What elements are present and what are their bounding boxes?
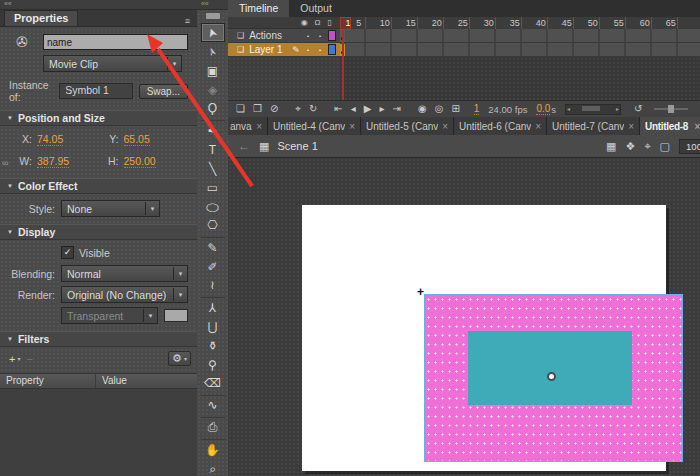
paint-brush-tool[interactable]: ≀ <box>201 276 225 298</box>
pen-tool[interactable]: ✒ <box>201 121 225 140</box>
asset-warp-tool[interactable]: ∿ <box>201 396 225 418</box>
teal-rectangle[interactable] <box>468 331 632 405</box>
stage[interactable]: + <box>302 205 666 471</box>
free-transform-tool[interactable]: ▣ <box>201 61 225 80</box>
timeline-zoom-slider-knob[interactable] <box>668 105 674 113</box>
section-display[interactable]: ▼ Display <box>0 224 197 240</box>
close-tab-icon[interactable]: × <box>252 121 262 132</box>
tab-properties[interactable]: Properties <box>4 10 78 26</box>
center-stage-icon[interactable]: ⌖ <box>644 140 650 153</box>
close-tab-icon[interactable]: × <box>531 121 541 132</box>
layer-outline-color-swatch[interactable] <box>328 44 336 55</box>
pencil-tool[interactable]: ✎ <box>201 238 225 257</box>
lock-icon[interactable]: Ω <box>315 17 321 28</box>
visible-checkbox[interactable]: ✓ <box>61 246 74 259</box>
symbol-type-dropdown[interactable]: Movie Clip ▾ <box>43 55 182 72</box>
frame-rate-value[interactable]: 24.00 fps <box>488 104 527 115</box>
swap-button[interactable]: Swap... <box>139 84 188 99</box>
bone-tool[interactable]: ⅄ <box>201 298 225 317</box>
timeline-zoom-slider[interactable] <box>654 108 688 110</box>
ink-bottle-tool[interactable]: ⚱ <box>201 336 225 355</box>
current-frame-value[interactable]: 1 <box>474 103 480 115</box>
timeline-scrollbar[interactable]: ◂ ▸ <box>565 104 621 115</box>
transformation-point-icon[interactable] <box>547 372 556 381</box>
subselection-tool[interactable]: ➢ <box>201 42 225 61</box>
document-tab[interactable]: Untitled-7 (Canvas)* × <box>547 117 640 135</box>
x-value[interactable]: 74.05 <box>37 133 63 146</box>
center-frame-button[interactable]: ⌖ <box>291 101 305 117</box>
collapse-panel-icon[interactable]: « « <box>4 0 11 7</box>
stage-zoom-input[interactable]: 100 <box>679 139 700 154</box>
pink-rectangle[interactable]: + <box>424 294 683 462</box>
close-tab-icon[interactable]: × <box>624 121 634 132</box>
tab-timeline[interactable]: Timeline <box>228 0 289 17</box>
go-last-frame-button[interactable]: ⇥ <box>389 101 405 117</box>
paint-bucket-tool[interactable]: ⋃ <box>201 317 225 336</box>
h-value[interactable]: 250.00 <box>124 155 156 168</box>
layer-lock-dot[interactable]: • <box>314 33 326 39</box>
reset-timeline-zoom-button[interactable]: ↺ <box>630 101 646 117</box>
edit-multiple-frames-button[interactable]: ⊞ <box>447 101 463 117</box>
rectangle-tool[interactable]: ▭ <box>201 178 225 197</box>
edit-symbols-icon[interactable]: ❖ <box>626 140 636 153</box>
close-tab-icon[interactable]: × <box>438 121 448 132</box>
section-filters[interactable]: ▼ Filters <box>0 331 197 347</box>
frames-strip-actions[interactable] <box>340 29 700 43</box>
collapse-panel-icon[interactable]: « « <box>201 0 208 7</box>
camera-tool[interactable]: ⎙ <box>201 418 225 440</box>
constrain-proportions-icon[interactable]: ∞ <box>2 158 8 168</box>
y-value[interactable]: 65.05 <box>124 133 150 146</box>
3d-rotation-tool[interactable]: ◈ <box>201 80 225 99</box>
eye-icon[interactable]: ◉ <box>301 17 308 28</box>
new-folder-button[interactable]: ❐ <box>249 101 266 117</box>
clip-content-icon[interactable]: ▢ <box>660 140 670 153</box>
elapsed-time-value[interactable]: 0.0 <box>536 103 550 115</box>
outline-column-icon[interactable]: ▯ <box>328 17 332 28</box>
filter-options-button[interactable]: ⚙▾ <box>168 351 191 366</box>
document-tab[interactable]: Untitled-8 (Canva × <box>640 117 700 135</box>
section-position-and-size[interactable]: ▼ Position and Size <box>0 110 197 126</box>
line-tool[interactable]: ╲ <box>201 159 225 178</box>
document-tab[interactable]: Untitled-6 (Canvas)* × <box>454 117 547 135</box>
document-tab[interactable]: Untitled-5 (Canvas)* × <box>361 117 454 135</box>
polystar-tool[interactable]: ⎔ <box>201 216 225 238</box>
text-tool[interactable]: T <box>201 140 225 159</box>
w-value[interactable]: 387.95 <box>37 155 69 168</box>
panel-menu-icon[interactable]: ≡ <box>185 16 190 26</box>
tools-collapse-strip[interactable]: « « <box>197 0 228 10</box>
step-back-button[interactable]: ◂ <box>347 101 360 117</box>
tools-panel-grip[interactable] <box>206 13 220 19</box>
playhead-line[interactable] <box>342 29 344 100</box>
timeline-scrollbar-thumb[interactable] <box>582 106 600 111</box>
hand-tool[interactable]: ✋ <box>201 440 225 459</box>
close-tab-icon[interactable]: × <box>345 121 355 132</box>
frames-strip-layer1[interactable] <box>340 43 700 57</box>
oval-tool[interactable]: ◯ <box>201 197 225 216</box>
document-tab[interactable]: anvas)* × <box>228 117 268 135</box>
loop-button[interactable]: ↻ <box>305 101 321 117</box>
document-tab[interactable]: Untitled-4 (Canvas)* × <box>268 117 361 135</box>
render-dropdown[interactable]: Original (No Change) ▾ <box>61 286 188 303</box>
step-forward-button[interactable]: ▸ <box>375 101 388 117</box>
lasso-tool[interactable]: Ϙ <box>201 99 225 121</box>
panel-collapse-strip[interactable]: « « <box>0 0 197 10</box>
brush-tool[interactable]: ✐ <box>201 257 225 276</box>
go-first-frame-button[interactable]: ⇤ <box>330 101 346 117</box>
scroll-right-icon[interactable]: ▸ <box>616 105 619 113</box>
instance-name-input[interactable] <box>43 34 188 50</box>
filters-table-body[interactable] <box>0 389 197 476</box>
eraser-tool[interactable]: ⌫ <box>201 374 225 396</box>
tab-output[interactable]: Output <box>289 0 343 17</box>
timeline-layer[interactable]: ❏ Layer 1 ✎ • • <box>228 43 340 57</box>
eyedropper-tool[interactable]: ⚲ <box>201 355 225 374</box>
scroll-left-icon[interactable]: ◂ <box>567 105 570 113</box>
style-dropdown[interactable]: None ▾ <box>61 200 160 217</box>
layer-lock-dot[interactable]: • <box>314 47 326 53</box>
scene-breadcrumb[interactable]: Scene 1 <box>277 140 317 152</box>
layer-outline-color-swatch[interactable] <box>328 30 336 41</box>
blending-dropdown[interactable]: Normal ▾ <box>61 265 188 282</box>
new-layer-button[interactable]: ❏ <box>232 101 249 117</box>
close-tab-icon[interactable]: × <box>690 121 700 132</box>
add-filter-button[interactable]: +▾ <box>6 353 23 365</box>
zoom-tool[interactable]: ⌕ <box>201 459 225 476</box>
